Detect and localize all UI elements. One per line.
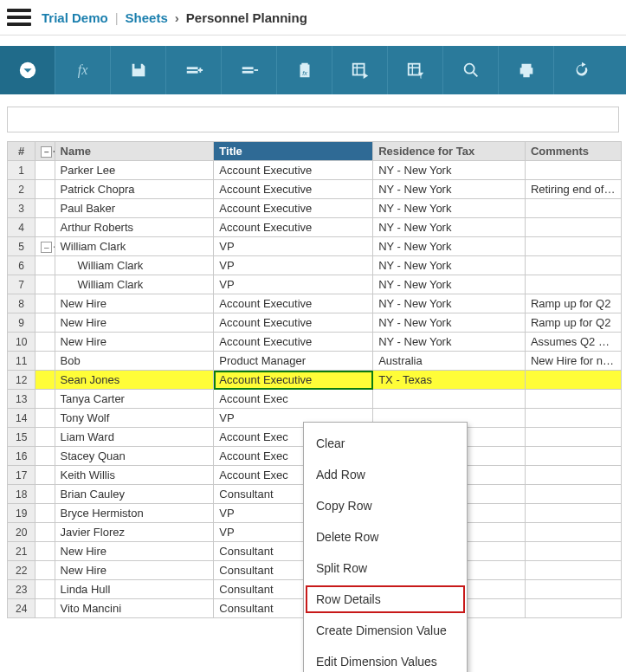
tree-cell[interactable]: [35, 390, 55, 409]
fx-button[interactable]: fx: [55, 46, 111, 94]
add-row-button[interactable]: [166, 46, 222, 94]
cell-comments[interactable]: [525, 504, 621, 523]
table-row[interactable]: 9New HireAccount ExecutiveNY - New YorkR…: [8, 313, 622, 333]
print-button[interactable]: [499, 46, 554, 94]
row-number[interactable]: 6: [8, 256, 35, 275]
row-number[interactable]: 5: [8, 237, 35, 256]
tree-cell[interactable]: [35, 371, 55, 390]
cell-title[interactable]: Account Executive: [214, 371, 373, 390]
remove-row-button[interactable]: [222, 46, 277, 94]
paste-fx-button[interactable]: fx: [277, 46, 332, 94]
cell-comments[interactable]: [525, 447, 621, 466]
cell-title[interactable]: Account Executive: [214, 333, 373, 352]
tree-cell[interactable]: [35, 561, 55, 580]
row-number[interactable]: 16: [8, 447, 35, 466]
cell-comments[interactable]: [525, 561, 621, 580]
cell-residence[interactable]: [373, 390, 526, 409]
header-residence[interactable]: Residence for Tax: [373, 142, 526, 161]
header-comments[interactable]: Comments: [525, 142, 621, 161]
tree-cell[interactable]: [35, 409, 55, 428]
cell-residence[interactable]: NY - New York: [373, 237, 526, 256]
sheet-play-button[interactable]: [332, 46, 388, 94]
cell-comments[interactable]: [525, 371, 621, 390]
cell-comments[interactable]: [525, 542, 621, 561]
table-row[interactable]: 13Tanya CarterAccount Exec: [8, 390, 622, 409]
cell-title[interactable]: Account Executive: [214, 199, 373, 218]
tree-cell[interactable]: [35, 580, 55, 599]
context-menu-item[interactable]: Copy Row: [304, 490, 467, 521]
zoom-button[interactable]: [443, 46, 499, 94]
cell-name[interactable]: William Clark: [55, 275, 214, 294]
tree-cell[interactable]: [35, 218, 55, 237]
cell-name[interactable]: William Clark: [55, 256, 214, 275]
cell-name[interactable]: Brian Cauley: [55, 485, 214, 504]
cell-name[interactable]: Tanya Carter: [55, 390, 214, 409]
cell-name[interactable]: Bryce Hermiston: [55, 504, 214, 523]
context-menu-item[interactable]: Create Dimension Value: [304, 615, 467, 618]
table-row[interactable]: 4Arthur RobertsAccount ExecutiveNY - New…: [8, 218, 622, 237]
cell-title[interactable]: Account Exec: [214, 390, 373, 409]
context-menu-item[interactable]: Split Row: [304, 552, 467, 584]
cell-name[interactable]: Bob: [55, 352, 214, 371]
context-menu-item[interactable]: Row Details: [304, 584, 467, 615]
cell-comments[interactable]: [525, 218, 621, 237]
row-number[interactable]: 7: [8, 275, 35, 294]
row-number[interactable]: 20: [8, 523, 35, 542]
cell-comments[interactable]: [525, 428, 621, 447]
cell-name[interactable]: Patrick Chopra: [55, 180, 214, 199]
tree-cell[interactable]: [35, 466, 55, 485]
cell-title[interactable]: Account Executive: [214, 180, 373, 199]
tree-cell[interactable]: [35, 199, 55, 218]
table-row[interactable]: 2Patrick ChopraAccount ExecutiveNY - New…: [8, 180, 622, 199]
row-number[interactable]: 21: [8, 542, 35, 561]
row-number[interactable]: 19: [8, 504, 35, 523]
cell-name[interactable]: New Hire: [55, 294, 214, 313]
cell-name[interactable]: Liam Ward: [55, 428, 214, 447]
cell-residence[interactable]: NY - New York: [373, 199, 526, 218]
tree-cell[interactable]: [35, 256, 55, 275]
breadcrumb-workspace[interactable]: Trial Demo: [42, 10, 108, 25]
tree-cell[interactable]: [35, 485, 55, 504]
table-row[interactable]: 11BobProduct ManagerAustraliaNew Hire fo…: [8, 352, 622, 371]
tree-cell[interactable]: [35, 599, 55, 618]
row-number[interactable]: 12: [8, 371, 35, 390]
cell-comments[interactable]: Retiring end of Q: [525, 180, 621, 199]
cell-title[interactable]: Account Executive: [214, 161, 373, 180]
table-row[interactable]: 5–William ClarkVPNY - New York: [8, 237, 622, 256]
tree-cell[interactable]: [35, 333, 55, 352]
cell-name[interactable]: New Hire: [55, 313, 214, 333]
sheet-filter-button[interactable]: [388, 46, 443, 94]
row-number[interactable]: 8: [8, 294, 35, 313]
tree-cell[interactable]: [35, 352, 55, 371]
save-button[interactable]: [111, 46, 166, 94]
cell-comments[interactable]: [525, 237, 621, 256]
cell-name[interactable]: Javier Florez: [55, 523, 214, 542]
tree-cell[interactable]: [35, 180, 55, 199]
tree-cell[interactable]: [35, 447, 55, 466]
row-number[interactable]: 14: [8, 409, 35, 428]
tree-cell[interactable]: [35, 542, 55, 561]
row-number[interactable]: 22: [8, 561, 35, 580]
cell-comments[interactable]: [525, 390, 621, 409]
cell-comments[interactable]: [525, 256, 621, 275]
row-number[interactable]: 4: [8, 218, 35, 237]
cell-name[interactable]: Paul Baker: [55, 199, 214, 218]
cell-comments[interactable]: [525, 466, 621, 485]
cell-residence[interactable]: NY - New York: [373, 294, 526, 313]
expand-button[interactable]: [0, 46, 55, 94]
cell-comments[interactable]: Assumes Q2 Rev: [525, 333, 621, 352]
row-number[interactable]: 17: [8, 466, 35, 485]
cell-residence[interactable]: TX - Texas: [373, 371, 526, 390]
row-number[interactable]: 24: [8, 599, 35, 618]
cell-name[interactable]: New Hire: [55, 542, 214, 561]
cell-comments[interactable]: [525, 161, 621, 180]
cell-comments[interactable]: Ramp up for Q2: [525, 294, 621, 313]
cell-comments[interactable]: [525, 599, 621, 618]
context-menu-item[interactable]: Add Row: [304, 459, 467, 490]
cell-title[interactable]: VP: [214, 237, 373, 256]
formula-bar[interactable]: [7, 107, 619, 132]
table-row[interactable]: 6William ClarkVPNY - New York: [8, 256, 622, 275]
tree-cell[interactable]: [35, 313, 55, 333]
header-tree[interactable]: –: [35, 142, 55, 161]
cell-title[interactable]: Account Executive: [214, 294, 373, 313]
